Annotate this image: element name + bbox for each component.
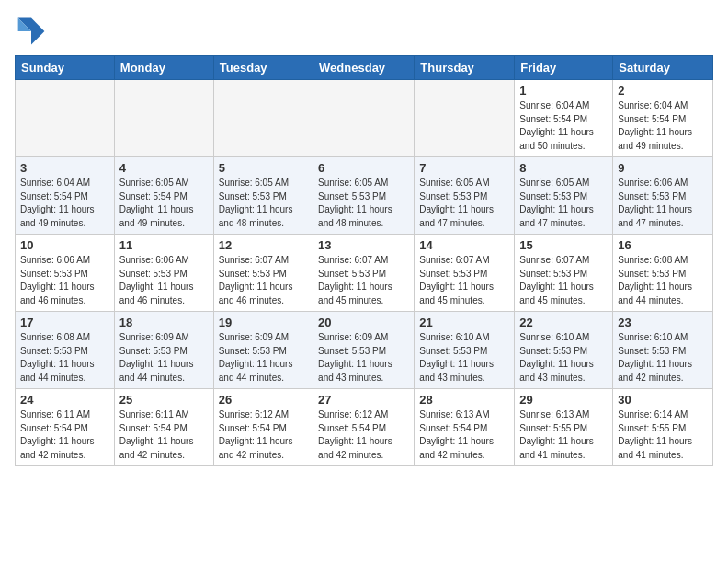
day-number: 7 <box>419 161 509 175</box>
week-row-1: 1Sunrise: 6:04 AMSunset: 5:54 PMDaylight… <box>16 80 713 157</box>
calendar-cell: 24Sunrise: 6:11 AMSunset: 5:54 PMDayligh… <box>16 389 115 466</box>
day-info: Sunrise: 6:05 AMSunset: 5:53 PMDaylight:… <box>219 177 308 230</box>
weekday-header-monday: Monday <box>114 56 213 80</box>
weekday-header-row: SundayMondayTuesdayWednesdayThursdayFrid… <box>16 56 713 80</box>
calendar-cell: 28Sunrise: 6:13 AMSunset: 5:54 PMDayligh… <box>415 389 515 466</box>
calendar-cell: 3Sunrise: 6:04 AMSunset: 5:54 PMDaylight… <box>16 157 115 235</box>
calendar-cell: 13Sunrise: 6:07 AMSunset: 5:53 PMDayligh… <box>313 235 415 312</box>
calendar-cell: 22Sunrise: 6:10 AMSunset: 5:53 PMDayligh… <box>515 312 613 389</box>
day-number: 6 <box>318 161 409 175</box>
day-info: Sunrise: 6:04 AMSunset: 5:54 PMDaylight:… <box>20 177 109 230</box>
day-number: 13 <box>318 238 409 252</box>
page: SundayMondayTuesdayWednesdayThursdayFrid… <box>0 0 728 476</box>
calendar-cell: 7Sunrise: 6:05 AMSunset: 5:53 PMDaylight… <box>415 157 515 235</box>
day-number: 29 <box>519 393 608 407</box>
day-info: Sunrise: 6:10 AMSunset: 5:53 PMDaylight:… <box>419 331 509 385</box>
day-number: 11 <box>119 238 209 252</box>
header <box>15 15 713 48</box>
day-number: 27 <box>318 393 409 407</box>
day-number: 23 <box>618 316 708 329</box>
day-number: 1 <box>519 84 608 98</box>
day-info: Sunrise: 6:07 AMSunset: 5:53 PMDaylight:… <box>519 254 608 307</box>
calendar-cell: 9Sunrise: 6:06 AMSunset: 5:53 PMDaylight… <box>613 157 713 235</box>
calendar-cell: 21Sunrise: 6:10 AMSunset: 5:53 PMDayligh… <box>415 312 515 389</box>
calendar: SundayMondayTuesdayWednesdayThursdayFrid… <box>15 55 713 466</box>
day-info: Sunrise: 6:09 AMSunset: 5:53 PMDaylight:… <box>119 331 209 385</box>
day-number: 22 <box>519 316 608 329</box>
day-number: 24 <box>20 393 109 407</box>
day-number: 16 <box>618 238 708 252</box>
calendar-cell: 2Sunrise: 6:04 AMSunset: 5:54 PMDaylight… <box>613 80 713 157</box>
day-number: 9 <box>618 161 708 175</box>
day-number: 3 <box>20 161 109 175</box>
day-info: Sunrise: 6:04 AMSunset: 5:54 PMDaylight:… <box>519 99 608 153</box>
weekday-header-tuesday: Tuesday <box>213 56 313 80</box>
day-info: Sunrise: 6:07 AMSunset: 5:53 PMDaylight:… <box>419 254 509 307</box>
day-info: Sunrise: 6:10 AMSunset: 5:53 PMDaylight:… <box>519 331 608 385</box>
day-info: Sunrise: 6:08 AMSunset: 5:53 PMDaylight:… <box>20 331 109 385</box>
day-info: Sunrise: 6:05 AMSunset: 5:53 PMDaylight:… <box>318 177 409 230</box>
day-info: Sunrise: 6:04 AMSunset: 5:54 PMDaylight:… <box>618 99 708 153</box>
day-info: Sunrise: 6:09 AMSunset: 5:53 PMDaylight:… <box>219 331 308 385</box>
calendar-cell: 15Sunrise: 6:07 AMSunset: 5:53 PMDayligh… <box>515 235 613 312</box>
calendar-cell: 25Sunrise: 6:11 AMSunset: 5:54 PMDayligh… <box>114 389 213 466</box>
day-info: Sunrise: 6:10 AMSunset: 5:53 PMDaylight:… <box>618 331 708 385</box>
logo-icon <box>15 15 48 48</box>
calendar-cell: 12Sunrise: 6:07 AMSunset: 5:53 PMDayligh… <box>213 235 313 312</box>
calendar-cell <box>16 80 115 157</box>
day-number: 15 <box>519 238 608 252</box>
day-number: 14 <box>419 238 509 252</box>
day-number: 2 <box>618 84 708 98</box>
calendar-cell: 30Sunrise: 6:14 AMSunset: 5:55 PMDayligh… <box>613 389 713 466</box>
day-number: 12 <box>219 238 308 252</box>
calendar-cell: 5Sunrise: 6:05 AMSunset: 5:53 PMDaylight… <box>213 157 313 235</box>
day-info: Sunrise: 6:12 AMSunset: 5:54 PMDaylight:… <box>219 408 308 462</box>
day-number: 30 <box>618 393 708 407</box>
calendar-cell: 18Sunrise: 6:09 AMSunset: 5:53 PMDayligh… <box>114 312 213 389</box>
svg-marker-0 <box>31 18 44 45</box>
calendar-cell <box>415 80 515 157</box>
day-number: 4 <box>119 161 209 175</box>
weekday-header-friday: Friday <box>515 56 613 80</box>
calendar-cell: 11Sunrise: 6:06 AMSunset: 5:53 PMDayligh… <box>114 235 213 312</box>
calendar-cell: 6Sunrise: 6:05 AMSunset: 5:53 PMDaylight… <box>313 157 415 235</box>
week-row-4: 17Sunrise: 6:08 AMSunset: 5:53 PMDayligh… <box>16 312 713 389</box>
day-info: Sunrise: 6:06 AMSunset: 5:53 PMDaylight:… <box>119 254 209 307</box>
day-number: 28 <box>419 393 509 407</box>
day-info: Sunrise: 6:06 AMSunset: 5:53 PMDaylight:… <box>20 254 109 307</box>
calendar-cell: 16Sunrise: 6:08 AMSunset: 5:53 PMDayligh… <box>613 235 713 312</box>
calendar-cell <box>313 80 415 157</box>
day-info: Sunrise: 6:07 AMSunset: 5:53 PMDaylight:… <box>318 254 409 307</box>
day-info: Sunrise: 6:08 AMSunset: 5:53 PMDaylight:… <box>618 254 708 307</box>
day-number: 8 <box>519 161 608 175</box>
day-info: Sunrise: 6:11 AMSunset: 5:54 PMDaylight:… <box>119 408 209 462</box>
day-number: 21 <box>419 316 509 329</box>
calendar-cell: 20Sunrise: 6:09 AMSunset: 5:53 PMDayligh… <box>313 312 415 389</box>
weekday-header-wednesday: Wednesday <box>313 56 415 80</box>
calendar-cell: 10Sunrise: 6:06 AMSunset: 5:53 PMDayligh… <box>16 235 115 312</box>
week-row-3: 10Sunrise: 6:06 AMSunset: 5:53 PMDayligh… <box>16 235 713 312</box>
day-number: 18 <box>119 316 209 329</box>
day-info: Sunrise: 6:11 AMSunset: 5:54 PMDaylight:… <box>20 408 109 462</box>
day-info: Sunrise: 6:13 AMSunset: 5:54 PMDaylight:… <box>419 408 509 462</box>
day-number: 10 <box>20 238 109 252</box>
weekday-header-sunday: Sunday <box>16 56 115 80</box>
day-info: Sunrise: 6:13 AMSunset: 5:55 PMDaylight:… <box>519 408 608 462</box>
calendar-cell: 29Sunrise: 6:13 AMSunset: 5:55 PMDayligh… <box>515 389 613 466</box>
weekday-header-saturday: Saturday <box>613 56 713 80</box>
calendar-cell: 26Sunrise: 6:12 AMSunset: 5:54 PMDayligh… <box>213 389 313 466</box>
calendar-cell <box>213 80 313 157</box>
day-number: 20 <box>318 316 409 329</box>
week-row-5: 24Sunrise: 6:11 AMSunset: 5:54 PMDayligh… <box>16 389 713 466</box>
day-info: Sunrise: 6:05 AMSunset: 5:54 PMDaylight:… <box>119 177 209 230</box>
calendar-cell: 19Sunrise: 6:09 AMSunset: 5:53 PMDayligh… <box>213 312 313 389</box>
day-number: 19 <box>219 316 308 329</box>
calendar-cell: 1Sunrise: 6:04 AMSunset: 5:54 PMDaylight… <box>515 80 613 157</box>
calendar-cell: 17Sunrise: 6:08 AMSunset: 5:53 PMDayligh… <box>16 312 115 389</box>
day-info: Sunrise: 6:05 AMSunset: 5:53 PMDaylight:… <box>519 177 608 230</box>
calendar-cell: 4Sunrise: 6:05 AMSunset: 5:54 PMDaylight… <box>114 157 213 235</box>
calendar-cell: 27Sunrise: 6:12 AMSunset: 5:54 PMDayligh… <box>313 389 415 466</box>
day-info: Sunrise: 6:12 AMSunset: 5:54 PMDaylight:… <box>318 408 409 462</box>
day-number: 5 <box>219 161 308 175</box>
calendar-cell: 14Sunrise: 6:07 AMSunset: 5:53 PMDayligh… <box>415 235 515 312</box>
